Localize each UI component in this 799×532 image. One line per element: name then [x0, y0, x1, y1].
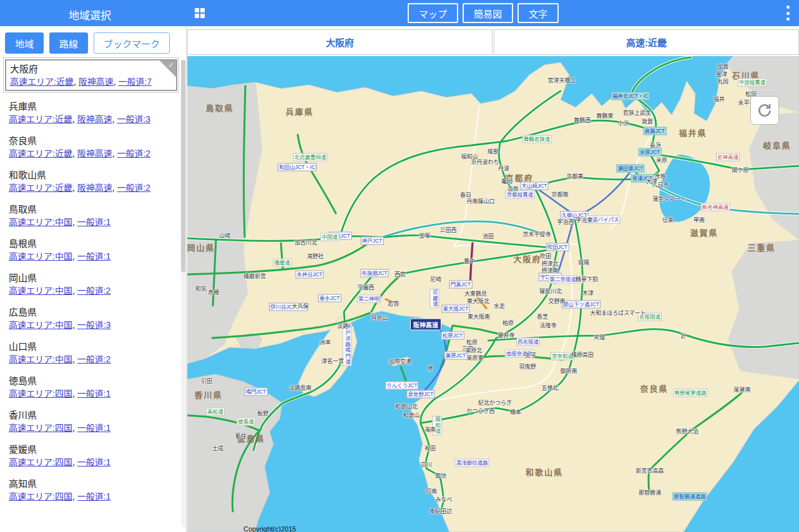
prefecture-item[interactable]: 広島県高速エリア:中国, 一般道:3 — [5, 306, 177, 331]
map-label: 国際空港 — [389, 357, 411, 365]
prefecture-link[interactable]: 高速エリア:中国 — [9, 251, 72, 261]
map-label: 宮津天橋立 — [547, 76, 576, 84]
view-mode-button[interactable]: 簡易図 — [463, 3, 513, 23]
prefecture-link[interactable]: 一般道:1 — [77, 423, 111, 433]
prefecture-link[interactable]: 阪神高速 — [77, 114, 112, 124]
prefecture-link[interactable]: 高速エリア:近畿 — [9, 183, 72, 193]
prefecture-links: 高速エリア:近畿, 阪神高速, 一般道:2 — [9, 181, 174, 194]
sidebar-tab[interactable]: ブックマーク — [94, 32, 170, 54]
prefecture-item[interactable]: 島根県高速エリア:中国, 一般道:1 — [5, 237, 177, 263]
prefecture-link[interactable]: 高速エリア:中国 — [9, 354, 72, 364]
sidebar-tab[interactable]: 路線 — [49, 32, 88, 54]
map-label: 泉佐野JCT — [406, 390, 434, 399]
prefecture-link[interactable]: 高速エリア:近畿 — [10, 77, 74, 87]
prefecture-item[interactable]: 徳島県高速エリア:四国, 一般道:1 — [5, 374, 177, 400]
prefecture-name: 香川県 — [9, 409, 174, 422]
map-label: 城陽 — [578, 258, 589, 266]
prefecture-link[interactable]: 一般道:2 — [77, 286, 111, 296]
map-label: 湯浅御坊道路 — [454, 459, 489, 467]
prefecture-item[interactable]: 山口県高速エリア:中国, 一般道:2 — [5, 340, 177, 365]
map-label: 那智勝浦 — [639, 488, 661, 496]
selected-check-icon: ✓ — [160, 60, 176, 77]
map-label-layer: 鳥取県兵庫県石川県福井県岐阜県京都府滋賀県三重県岡山県大阪府奈良県和歌山県香川県… — [187, 56, 799, 532]
map-prefecture-label: 香川県 — [194, 389, 222, 400]
map-label: 太子 — [525, 351, 536, 359]
prefecture-link[interactable]: 高速エリア:中国 — [9, 286, 72, 296]
prefecture-link[interactable]: 高速エリア:四国 — [9, 457, 72, 467]
prefecture-link[interactable]: 高速エリア:四国 — [9, 491, 72, 501]
map-label: 美原JCT — [444, 352, 468, 360]
prefecture-link[interactable]: 一般道:1 — [77, 491, 111, 501]
map-viewport[interactable]: 鳥取県兵庫県石川県福井県岐阜県京都府滋賀県三重県岡山県大阪府奈良県和歌山県香川県… — [187, 56, 799, 532]
prefecture-links: 高速エリア:四国, 一般道:1 — [9, 387, 174, 400]
prefecture-link[interactable]: 高速エリア:近畿 — [9, 148, 72, 158]
prefecture-link[interactable]: 一般道:1 — [77, 251, 111, 261]
map-prefecture-label: 三重県 — [747, 241, 775, 253]
prefecture-link[interactable]: 一般道:2 — [77, 354, 111, 364]
map-label: 門真JCT — [449, 281, 473, 289]
prefecture-link[interactable]: 一般道:1 — [77, 389, 111, 399]
selected-highway-header[interactable]: 高速:近畿 — [494, 29, 799, 55]
prefecture-link[interactable]: 高速エリア:四国 — [9, 423, 72, 433]
map-label: 米原 — [656, 156, 667, 164]
prefecture-item[interactable]: 兵庫県高速エリア:近畿, 阪神高速, 一般道:3 — [5, 100, 177, 125]
sidebar-tabs: 地域路線ブックマーク — [5, 32, 170, 54]
refresh-button[interactable] — [750, 96, 779, 125]
map-label: 東大阪北 — [467, 297, 489, 305]
map-prefecture-label: 福井県 — [679, 127, 707, 138]
map-label: 加古川北 — [295, 238, 317, 246]
map-label: 天理 — [594, 333, 605, 341]
prefecture-link[interactable]: 一般道:7 — [118, 77, 152, 87]
map-prefecture-label: 滋賀県 — [690, 226, 718, 238]
map-label: 長浜 — [650, 141, 661, 149]
prefecture-link[interactable]: 高速エリア:四国 — [9, 389, 72, 399]
map-label: 橋本 — [510, 408, 521, 416]
prefecture-link[interactable]: 一般道:3 — [117, 114, 150, 124]
prefecture-item[interactable]: 愛媛県高速エリア:四国, 一般道:1 — [5, 443, 177, 468]
grid-menu-icon[interactable] — [195, 8, 205, 18]
map-label: 堺 — [427, 364, 433, 372]
view-mode-button[interactable]: マップ — [408, 3, 458, 23]
map-label: 近畿道 — [430, 289, 439, 308]
map-label: 徳島道 — [237, 418, 255, 426]
prefecture-name: 山口県 — [9, 340, 174, 353]
prefecture-link[interactable]: 阪神高速 — [79, 77, 114, 87]
prefecture-item[interactable]: 和歌山県高速エリア:近畿, 阪神高速, 一般道:2 — [5, 168, 177, 194]
prefecture-item[interactable]: 鳥取県高速エリア:中国, 一般道:1 — [5, 203, 177, 228]
prefecture-link[interactable]: 阪神高速 — [77, 148, 112, 158]
map-label: 精華下狛 — [576, 275, 598, 283]
prefecture-link[interactable]: 高速エリア:中国 — [9, 320, 72, 330]
map-label: 綾部 — [488, 147, 499, 155]
map-label: 播磨道 — [273, 259, 292, 267]
prefecture-item[interactable]: 高知県高速エリア:四国, 一般道:1 — [5, 477, 177, 503]
map-label: 熊野大泊 — [676, 427, 699, 435]
map-label: 紀北かつらぎ — [478, 399, 512, 407]
refresh-icon — [757, 102, 773, 118]
overflow-menu-icon[interactable] — [787, 6, 790, 21]
map-label: 広川 — [421, 460, 432, 468]
map-label: 瀬田東JCT — [616, 165, 644, 173]
map-label: 新宮市高森 — [635, 467, 664, 475]
prefecture-link[interactable]: 一般道:2 — [117, 148, 150, 158]
prefecture-item[interactable]: ✓大阪府高速エリア:近畿, 阪神高速, 一般道:7 — [5, 59, 177, 91]
prefecture-link[interactable]: 一般道:3 — [77, 320, 111, 330]
prefecture-links: 高速エリア:四国, 一般道:1 — [9, 456, 174, 468]
prefecture-link[interactable]: 高速エリア:近畿 — [9, 114, 72, 124]
prefecture-link[interactable]: 阪神高速 — [77, 183, 112, 193]
prefecture-link[interactable]: 一般道:1 — [77, 457, 111, 467]
map-label: 洲本 — [320, 338, 331, 346]
prefecture-item[interactable]: 奈良県高速エリア:近畿, 阪神高速, 一般道:2 — [5, 134, 177, 160]
map-label: 新名神高速 — [701, 203, 730, 211]
prefecture-item[interactable]: 岡山県高速エリア:中国, 一般道:2 — [5, 271, 177, 297]
sidebar-scrollbar-thumb[interactable] — [181, 60, 185, 272]
selected-region-header[interactable]: 大阪府 — [187, 29, 493, 55]
prefecture-item[interactable]: 香川県高速エリア:四国, 一般道:1 — [5, 409, 177, 434]
map-label: 茨木千提寺 — [522, 230, 551, 238]
prefecture-link[interactable]: 一般道:1 — [77, 217, 111, 227]
prefecture-link[interactable]: 高速エリア:中国 — [9, 217, 72, 227]
map-label: 福井 — [713, 95, 725, 103]
map-label: かつらぎ西 — [466, 407, 494, 415]
view-mode-button[interactable]: 文字 — [517, 3, 559, 23]
prefecture-link[interactable]: 一般道:2 — [117, 183, 150, 193]
sidebar-tab[interactable]: 地域 — [5, 32, 44, 54]
